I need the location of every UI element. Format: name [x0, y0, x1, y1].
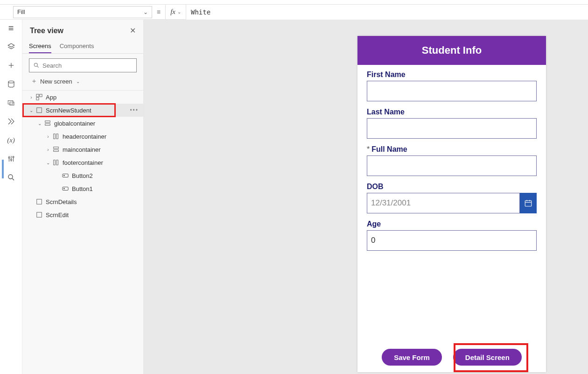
svg-point-12	[8, 175, 13, 179]
svg-point-11	[13, 156, 14, 158]
svg-rect-26	[54, 160, 56, 165]
advanced-tools-icon[interactable]	[7, 154, 16, 163]
tab-components[interactable]: Components	[60, 40, 94, 53]
tree-item-app[interactable]: › App	[22, 91, 143, 104]
new-screen-button[interactable]: ＋ New screen ⌄	[22, 75, 143, 90]
svg-rect-21	[45, 124, 50, 126]
tree-label: maincontainer	[63, 146, 101, 153]
header-title: Student Info	[422, 44, 482, 56]
input-lastname[interactable]	[367, 118, 537, 139]
input-age[interactable]	[367, 230, 537, 251]
more-icon[interactable]: •••	[130, 107, 139, 113]
app-icon	[35, 93, 43, 101]
vcontainer-icon	[52, 146, 60, 153]
tree-label: ScrnDetails	[46, 198, 77, 205]
input-fullname[interactable]	[367, 155, 537, 176]
svg-rect-27	[56, 160, 58, 165]
svg-rect-24	[54, 147, 59, 149]
tree-label: Button1	[72, 185, 93, 192]
close-icon[interactable]: ✕	[130, 26, 136, 35]
search-icon[interactable]	[7, 173, 16, 182]
tree-item-footercontainer[interactable]: ⌄ footercontainer	[22, 156, 143, 169]
vcontainer-icon	[44, 120, 51, 127]
label-lastname: Last Name	[367, 108, 537, 116]
svg-point-10	[10, 159, 12, 161]
tree-label: App	[46, 94, 56, 101]
hamburger-icon[interactable]	[7, 23, 16, 33]
tree-label: Button2	[72, 172, 93, 179]
svg-point-3	[8, 81, 14, 83]
search-input[interactable]	[42, 62, 133, 69]
ribbon-placeholder	[0, 0, 588, 5]
screen-icon	[35, 106, 43, 114]
chevron-down-icon: ⌄	[36, 121, 43, 126]
chevron-down-icon: ⌄	[177, 9, 181, 14]
app-preview: Student Info First Name Last Name * Full…	[357, 36, 546, 372]
tab-screens[interactable]: Screens	[29, 40, 51, 53]
tree-label: ScrnNewStudent	[46, 107, 91, 114]
chevron-right-icon: ›	[45, 147, 51, 152]
power-automate-icon[interactable]	[7, 117, 16, 126]
label-age: Age	[367, 220, 537, 228]
data-icon[interactable]	[7, 79, 16, 89]
tree-label: ScrnEdit	[46, 212, 69, 219]
new-screen-label: New screen	[40, 78, 72, 85]
label-firstname: First Name	[367, 71, 537, 79]
svg-rect-16	[36, 94, 39, 97]
property-dropdown[interactable]: Fill ⌄	[13, 6, 152, 18]
tree-view-title: Tree view	[30, 27, 63, 35]
chevron-down-icon: ⌄	[28, 108, 35, 113]
tree-view-icon[interactable]	[7, 42, 16, 51]
equals-label: =	[152, 8, 165, 16]
formula-bar: Fill ⌄ = fx ⌄	[0, 5, 588, 20]
input-firstname[interactable]	[367, 81, 537, 101]
save-form-button[interactable]: Save Form	[382, 349, 442, 366]
tree-item-globalcontainer[interactable]: ⌄ globalcontainer	[22, 117, 143, 130]
tree-item-button2[interactable]: Button2	[22, 169, 143, 182]
svg-rect-18	[36, 98, 39, 100]
form-body: First Name Last Name * Full Name DOB	[357, 65, 546, 342]
chevron-down-icon: ⌄	[76, 79, 80, 84]
svg-line-13	[12, 178, 14, 180]
svg-rect-20	[45, 121, 50, 123]
date-picker-button[interactable]	[520, 193, 537, 213]
required-star: *	[367, 145, 370, 154]
tree-item-scrndetails[interactable]: ScrnDetails	[22, 195, 143, 208]
formula-input[interactable]	[186, 5, 588, 20]
tree-label: headercontainer	[63, 133, 106, 140]
svg-rect-5	[10, 102, 14, 106]
design-canvas[interactable]: Student Info First Name Last Name * Full…	[144, 20, 588, 374]
hcontainer-icon	[52, 133, 60, 140]
chevron-right-icon: ›	[45, 134, 51, 139]
svg-rect-4	[8, 101, 13, 105]
svg-rect-17	[40, 94, 42, 97]
tree-view-panel: Tree view ✕ Screens Components ＋ New scr…	[22, 20, 144, 374]
chevron-down-icon: ⌄	[45, 160, 51, 165]
tree-label: footercontainer	[63, 159, 103, 166]
svg-point-14	[34, 63, 37, 66]
media-icon[interactable]	[7, 98, 16, 107]
svg-rect-33	[37, 212, 42, 218]
app-header: Student Info	[357, 36, 546, 65]
insert-icon[interactable]	[7, 61, 16, 70]
svg-line-15	[37, 66, 39, 68]
detail-screen-button[interactable]: Detail Screen	[453, 349, 522, 366]
svg-rect-22	[54, 134, 56, 139]
svg-rect-23	[56, 134, 58, 139]
tree-item-headercontainer[interactable]: › headercontainer	[22, 130, 143, 143]
chevron-right-icon: ›	[28, 95, 35, 100]
search-icon	[33, 62, 40, 69]
scroll-indicator	[2, 160, 4, 178]
tree-item-button1[interactable]: Button1	[22, 182, 143, 195]
plus-icon: ＋	[31, 77, 37, 85]
variables-icon[interactable]: (x)	[7, 135, 16, 145]
svg-point-29	[64, 175, 65, 176]
tree-item-scrnedit[interactable]: ScrnEdit	[22, 208, 143, 221]
calendar-icon	[524, 199, 532, 207]
tree-label: globalcontainer	[54, 120, 95, 127]
fx-selector[interactable]: fx ⌄	[165, 5, 186, 20]
tree-search[interactable]	[29, 58, 137, 72]
tree-item-maincontainer[interactable]: › maincontainer	[22, 143, 143, 156]
input-dob[interactable]	[367, 193, 520, 213]
tree-item-scrnnewstudent[interactable]: ⌄ ScrnNewStudent •••	[22, 104, 143, 117]
